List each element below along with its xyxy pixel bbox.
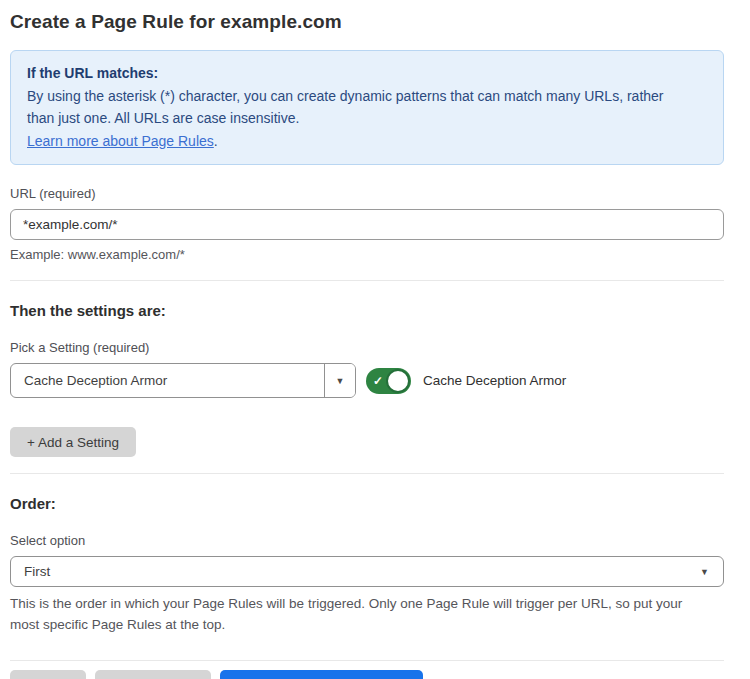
chevron-down-icon: ▼ [336,376,345,386]
setting-row: Cache Deception Armor ▼ ✓ Cache Deceptio… [10,363,724,398]
check-icon: ✓ [373,374,383,386]
toggle-knob [386,369,410,393]
cache-deception-armor-toggle[interactable]: ✓ [366,368,411,394]
divider [10,660,724,661]
divider [10,473,724,474]
url-input[interactable] [10,209,724,240]
chevron-down-icon: ▼ [700,567,711,577]
setting-select-arrow-cell[interactable]: ▼ [324,364,355,397]
divider [10,280,724,281]
link-suffix: . [214,133,218,149]
setting-toggle-wrap: ✓ Cache Deception Armor [366,368,566,394]
create-page-rule-panel: Create a Page Rule for example.com If th… [0,0,750,679]
setting-select[interactable]: Cache Deception Armor ▼ [10,363,356,398]
info-box-body: By using the asterisk (*) character, you… [27,85,687,130]
order-select[interactable]: First ▼ [10,556,724,587]
url-match-info-box: If the URL matches: By using the asteris… [10,50,724,165]
setting-picker-label: Pick a Setting (required) [10,340,724,355]
cancel-button[interactable]: Cancel [10,670,86,679]
learn-more-link[interactable]: Learn more about Page Rules [27,133,214,149]
footer-actions: Cancel Save as Draft Save and Deploy Pag… [10,670,724,679]
url-field-label: URL (required) [10,186,724,201]
order-section-heading: Order: [10,495,724,512]
save-as-draft-button[interactable]: Save as Draft [95,670,211,679]
order-select-value: First [24,564,700,579]
settings-section-heading: Then the settings are: [10,302,724,319]
add-setting-button[interactable]: + Add a Setting [10,427,136,457]
info-box-link-line: Learn more about Page Rules. [27,130,707,153]
toggle-label: Cache Deception Armor [423,373,566,388]
url-example-helper: Example: www.example.com/* [10,247,724,262]
order-select-label: Select option [10,533,724,548]
info-box-heading: If the URL matches: [27,62,707,85]
page-title: Create a Page Rule for example.com [10,11,724,33]
setting-select-value: Cache Deception Armor [11,364,324,397]
save-and-deploy-button[interactable]: Save and Deploy Page Rule [220,670,424,679]
order-helper-text: This is the order in which your Page Rul… [10,594,710,635]
